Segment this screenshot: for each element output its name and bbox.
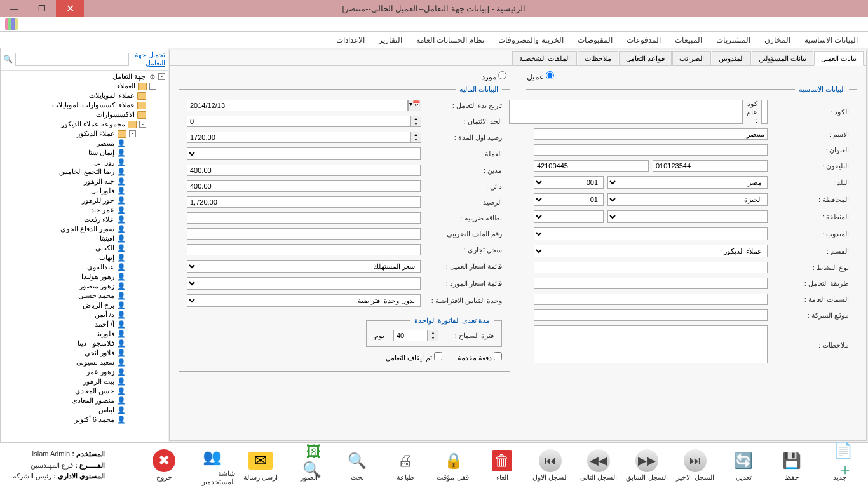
tree-node[interactable]: 👤عمر جاد (2, 205, 166, 215)
credit-limit-input[interactable] (187, 116, 410, 127)
tree-node[interactable]: 👤أ/ أحمد (2, 320, 166, 329)
last-record-button[interactable]: ⏭السجل الاخير (672, 445, 718, 486)
tree-node[interactable]: 👤زهور عمر (2, 367, 166, 377)
tax-file-input[interactable] (187, 228, 421, 240)
tree-node[interactable]: عملاء اكسسوارات الموبايلات (2, 100, 166, 110)
debit-input[interactable] (187, 165, 421, 176)
edit-button[interactable]: 🔄تعديل (721, 445, 766, 486)
lock-button[interactable]: 🔒اقفل مؤقت (431, 445, 477, 486)
country-code-select[interactable]: 001 (534, 176, 604, 189)
menu-9[interactable]: الاعدادات (330, 33, 371, 47)
menu-1[interactable]: المخازن (758, 33, 797, 47)
search-icon[interactable]: 🔍 (3, 55, 13, 64)
send-message-button[interactable]: ✉ارسل رسالة (238, 445, 283, 486)
tab-2[interactable]: المندوبين (712, 51, 751, 65)
load-party-link[interactable]: تحميل جهة التعامل (132, 51, 165, 67)
commercial-reg-input[interactable] (187, 244, 421, 255)
area-select[interactable] (607, 210, 768, 223)
supplier-pricelist-select[interactable] (187, 277, 421, 290)
advance-checkbox[interactable]: دفعة مقدمة (458, 352, 502, 362)
tree-node[interactable]: 👤سعيد بسيونى (2, 358, 166, 367)
tree-node[interactable]: -مجموعة عملاء الديكور (2, 119, 166, 129)
tree-node[interactable]: 👤رضا التجمع الخامس (2, 167, 166, 177)
print-button[interactable]: 🖨طباعة (383, 445, 428, 486)
sidebar-search-input[interactable] (15, 53, 129, 66)
tree-node[interactable]: 👤ايناس (2, 405, 166, 415)
tree-node[interactable]: 👤إيهاب (2, 253, 166, 262)
menu-0[interactable]: البيانات الاساسية (798, 33, 864, 47)
tree-node[interactable]: الاكسسوارات (2, 110, 166, 119)
currency-select[interactable] (187, 147, 421, 160)
tree-node[interactable]: 👤فلورا بل (2, 186, 166, 196)
tree-node[interactable]: 👤منصور المعادى (2, 396, 166, 405)
tree-node[interactable]: 👤سمير الدفاع الجوى (2, 224, 166, 234)
credit-input[interactable] (187, 180, 421, 192)
tree-node[interactable]: 👤محمد 6 أكتوبر (2, 415, 166, 424)
tags-input[interactable] (534, 294, 768, 305)
cancel-button[interactable]: 🗑الغاء (479, 445, 525, 486)
tree-node[interactable]: 👤علاء رفعت (2, 215, 166, 224)
tree-node[interactable]: 👤الكنانى (2, 243, 166, 253)
tree-node[interactable]: 👤زهور هولندا (2, 272, 166, 281)
tree-node[interactable]: 👤فلورينا (2, 329, 166, 339)
governorate-code-select[interactable]: 01 (534, 193, 604, 206)
menu-6[interactable]: الخزينة والمصروفات (492, 33, 569, 47)
tree-node[interactable]: -عملاء الديكور (2, 129, 166, 139)
tree-node[interactable]: 👤روزا بل (2, 158, 166, 167)
type-client[interactable]: عميل (527, 72, 554, 81)
open-spinner[interactable]: ▲▼ (410, 132, 421, 143)
address-input[interactable] (534, 144, 768, 156)
activity-input[interactable] (534, 262, 768, 273)
opening-balance-input[interactable] (187, 132, 410, 143)
stop-checkbox[interactable]: تم ايقاف التعامل (386, 352, 442, 362)
tab-4[interactable]: قواعد التعامل (619, 51, 672, 65)
tab-5[interactable]: ملاحظات (578, 51, 618, 65)
client-pricelist-select[interactable]: سعر المستهلك (187, 260, 421, 273)
grace-input[interactable] (393, 330, 428, 341)
tree-node[interactable]: -العملاء (2, 81, 166, 91)
type-supplier[interactable]: مورد (482, 72, 506, 81)
menu-7[interactable]: نظام الحسابات العامة (410, 33, 491, 47)
maximize-button[interactable]: ❐ (28, 0, 56, 17)
tree-node[interactable]: 👤منتصر (2, 139, 166, 148)
tree-node[interactable]: 👤جنة الزهور (2, 177, 166, 186)
governorate-select[interactable]: الجيزة (607, 193, 768, 206)
new-button[interactable]: 📄＋جديد (817, 445, 863, 486)
tab-3[interactable]: الضرائب (672, 51, 711, 65)
area-code-select[interactable] (534, 210, 604, 223)
method-input[interactable] (534, 278, 768, 289)
country-select[interactable]: مصر (607, 176, 768, 189)
code-input[interactable] (761, 100, 768, 124)
menu-2[interactable]: المشتريات (710, 33, 757, 47)
users-screen-button[interactable]: 👥شاشة المستخدمين (189, 445, 235, 486)
phone2-input[interactable] (534, 160, 649, 172)
tree-node[interactable]: 👤بيت الزهور (2, 377, 166, 386)
find-button[interactable]: 🔍بحث (334, 445, 380, 486)
gen-code-input[interactable] (509, 100, 743, 124)
menu-3[interactable]: المبيعات (668, 33, 709, 47)
tab-1[interactable]: بيانات المسؤولين (752, 51, 813, 65)
tree-node[interactable]: 👤حسن المعادي (2, 386, 166, 396)
phone1-input[interactable] (653, 160, 768, 172)
first-record-button[interactable]: ⏮السجل الاول (527, 445, 573, 486)
tab-0[interactable]: بيانات العميل (814, 51, 864, 66)
tree-node[interactable]: عملاء الموبايلات (2, 91, 166, 100)
tree-node[interactable]: 👤زهور منصور (2, 281, 166, 291)
tree-node[interactable]: 👤إيمان شتا (2, 148, 166, 158)
tree-node[interactable]: 👤افينيتا (2, 234, 166, 243)
tree-node[interactable]: 👤عبدالقوي (2, 262, 166, 272)
menu-4[interactable]: المدفوعات (620, 33, 667, 47)
tree-node[interactable]: 👤فلاور انجي (2, 348, 166, 358)
tree-node[interactable]: 👤برج الرياض (2, 301, 166, 310)
tree-node[interactable]: 👤د/ أيمن (2, 310, 166, 320)
grace-spinner[interactable]: ▲▼ (428, 330, 438, 341)
tree-node[interactable]: 👤فلامنجو - دينا (2, 339, 166, 348)
save-button[interactable]: 💾حفظ (769, 445, 815, 486)
menu-5[interactable]: المقبوضات (571, 33, 619, 47)
site-input[interactable] (534, 309, 768, 321)
rep-select[interactable] (534, 227, 768, 240)
tree-node[interactable]: 👤حور للزهور (2, 196, 166, 205)
dept-select[interactable]: عملاء الديكور (534, 245, 768, 257)
images-button[interactable]: 🖼🔍الصور (286, 445, 332, 486)
minimize-button[interactable]: — (0, 0, 28, 17)
